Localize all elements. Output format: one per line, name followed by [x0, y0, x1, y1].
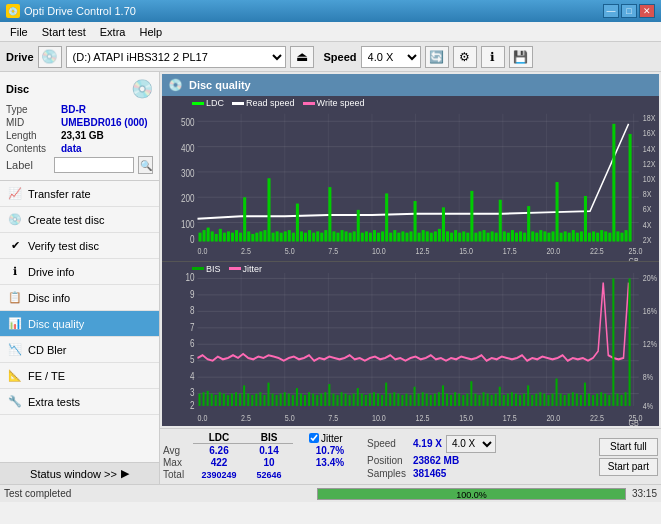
- svg-rect-107: [458, 233, 461, 242]
- svg-text:17.5: 17.5: [503, 246, 517, 256]
- svg-rect-48: [219, 229, 222, 242]
- speed-select[interactable]: 4.0 X: [361, 46, 421, 68]
- svg-rect-251: [426, 393, 428, 405]
- sidebar-item-cd-bler[interactable]: 📉 CD Bler: [0, 337, 159, 363]
- svg-text:12%: 12%: [643, 337, 658, 348]
- status-window-button[interactable]: Status window >> ▶: [0, 462, 159, 484]
- svg-rect-220: [300, 393, 302, 405]
- sidebar-item-create-test-disc[interactable]: 💿 Create test disc: [0, 207, 159, 233]
- svg-rect-113: [483, 230, 486, 241]
- drive-icon-button[interactable]: 💿: [38, 46, 62, 68]
- start-full-button[interactable]: Start full: [599, 438, 658, 456]
- svg-rect-274: [519, 394, 521, 405]
- svg-text:20.0: 20.0: [546, 411, 560, 422]
- svg-text:4X: 4X: [643, 220, 652, 230]
- legend-ldc: LDC: [192, 98, 224, 108]
- svg-rect-143: [604, 231, 607, 241]
- status-text: Test completed: [4, 488, 311, 499]
- menu-file[interactable]: File: [4, 24, 34, 40]
- svg-rect-227: [328, 384, 330, 406]
- svg-rect-119: [507, 233, 510, 242]
- svg-text:200: 200: [181, 193, 195, 204]
- jitter-checkbox[interactable]: [309, 433, 319, 443]
- svg-rect-86: [373, 230, 376, 241]
- settings-button[interactable]: ⚙: [453, 46, 477, 68]
- svg-rect-291: [588, 393, 590, 405]
- svg-rect-257: [450, 394, 452, 405]
- title-bar: 💿 Opti Drive Control 1.70 — □ ✕: [0, 0, 661, 22]
- ldc-label: LDC: [206, 98, 224, 108]
- ldc-color: [192, 102, 204, 105]
- nav-label-transfer-rate: Transfer rate: [28, 188, 91, 200]
- speed-select-small[interactable]: 4.0 X: [446, 435, 496, 453]
- svg-rect-284: [560, 393, 562, 405]
- sidebar-item-extra-tests[interactable]: 🔧 Extra tests: [0, 389, 159, 415]
- svg-text:12.5: 12.5: [416, 411, 430, 422]
- maximize-button[interactable]: □: [621, 4, 637, 18]
- menu-extra[interactable]: Extra: [94, 24, 132, 40]
- speed-value: 4.19 X: [413, 438, 442, 449]
- svg-text:500: 500: [181, 118, 195, 129]
- save-button[interactable]: 💾: [509, 46, 533, 68]
- svg-rect-217: [288, 393, 290, 405]
- bis-color: [192, 267, 204, 270]
- svg-text:300: 300: [181, 168, 195, 179]
- eject-button[interactable]: ⏏: [290, 46, 314, 68]
- samples-key: Samples: [367, 468, 409, 479]
- svg-rect-195: [199, 393, 201, 405]
- svg-rect-228: [332, 393, 334, 405]
- svg-rect-245: [401, 394, 403, 405]
- sidebar-item-disc-info[interactable]: 📋 Disc info: [0, 285, 159, 311]
- svg-rect-118: [503, 231, 506, 241]
- close-button[interactable]: ✕: [639, 4, 655, 18]
- svg-rect-232: [349, 394, 351, 405]
- sidebar-item-drive-info[interactable]: ℹ Drive info: [0, 259, 159, 285]
- svg-rect-207: [247, 393, 249, 405]
- main-layout: Disc 💿 Type BD-R MID UMEBDR016 (000) Len…: [0, 72, 661, 484]
- svg-rect-146: [616, 231, 619, 241]
- legend-bis: BIS: [192, 264, 221, 274]
- drive-select[interactable]: (D:) ATAPI iHBS312 2 PL17: [66, 46, 286, 68]
- svg-text:2.5: 2.5: [241, 246, 251, 256]
- jitter-checkbox-container[interactable]: Jitter: [309, 432, 343, 444]
- svg-text:0: 0: [190, 234, 195, 245]
- sidebar-item-verify-test-disc[interactable]: ✔ Verify test disc: [0, 233, 159, 259]
- info-button2[interactable]: ℹ: [481, 46, 505, 68]
- ldc-header: LDC: [193, 432, 245, 444]
- app-title: Opti Drive Control 1.70: [24, 5, 136, 17]
- label-input[interactable]: [54, 157, 134, 173]
- svg-rect-243: [393, 392, 395, 406]
- svg-rect-205: [239, 393, 241, 405]
- sidebar-item-transfer-rate[interactable]: 📈 Transfer rate: [0, 181, 159, 207]
- svg-rect-209: [255, 393, 257, 405]
- minimize-button[interactable]: —: [603, 4, 619, 18]
- drive-label: Drive: [6, 51, 34, 63]
- sidebar-item-disc-quality[interactable]: 📊 Disc quality: [0, 311, 159, 337]
- svg-rect-221: [304, 394, 306, 405]
- svg-rect-77: [336, 233, 339, 242]
- svg-rect-240: [381, 394, 383, 405]
- svg-rect-103: [442, 207, 445, 241]
- menu-help[interactable]: Help: [133, 24, 168, 40]
- start-part-button[interactable]: Start part: [599, 458, 658, 476]
- sidebar-item-fe-te[interactable]: 📐 FE / TE: [0, 363, 159, 389]
- total-label: Total: [163, 469, 193, 480]
- disc-panel: Disc 💿 Type BD-R MID UMEBDR016 (000) Len…: [0, 72, 159, 181]
- svg-rect-212: [267, 382, 269, 405]
- refresh-button[interactable]: 🔄: [425, 46, 449, 68]
- svg-rect-65: [288, 230, 291, 241]
- menu-start-test[interactable]: Start test: [36, 24, 92, 40]
- svg-text:4: 4: [190, 369, 195, 382]
- progress-text: 100.0%: [318, 489, 625, 500]
- svg-rect-263: [474, 393, 476, 405]
- bis-avg: 0.14: [245, 445, 293, 456]
- svg-rect-79: [345, 231, 348, 241]
- svg-rect-223: [312, 393, 314, 405]
- svg-rect-87: [377, 233, 380, 242]
- svg-rect-293: [596, 393, 598, 405]
- top-chart-svg: 500 400 300 200 100 0 18X 16X 14X 12X 10…: [162, 96, 659, 261]
- svg-rect-50: [227, 231, 230, 241]
- svg-rect-282: [551, 393, 553, 405]
- svg-rect-147: [620, 233, 623, 242]
- label-browse-button[interactable]: 🔍: [138, 156, 153, 174]
